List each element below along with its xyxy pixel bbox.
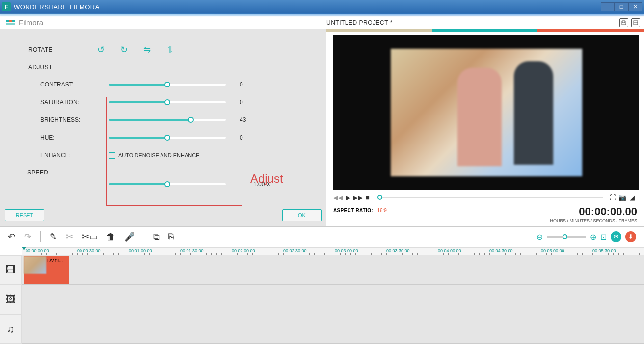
image-track[interactable] xyxy=(22,285,644,314)
close-button[interactable]: ✕ xyxy=(628,2,642,11)
ruler-mark: 00:05:30:00 xyxy=(592,248,616,253)
playhead[interactable] xyxy=(24,247,24,345)
contrast-label: CONTRAST: xyxy=(40,81,109,88)
image-track-icon[interactable]: 🖼 xyxy=(0,285,22,314)
preview-panel: ◀◀ ▶ ▶▶ ■ ⛶ 📷 ◢ ASPECT RATIO: 16:9 00:00… xyxy=(326,29,644,226)
ruler-mark: 00:05:00:00 xyxy=(541,248,564,253)
export-button[interactable]: ⬇ xyxy=(625,231,636,242)
zoom-slider[interactable] xyxy=(547,236,586,238)
ruler-mark: 00:01:00:00 xyxy=(129,248,152,253)
adjust-panel: ROTATE ↺ ↻ ⇋ ⥮ ADJUST CONTRAST: 0 SATURA… xyxy=(0,29,326,226)
rotate-ccw-icon[interactable]: ↺ xyxy=(97,44,105,55)
cut-icon[interactable]: ✂ xyxy=(66,231,73,242)
video-track-icon[interactable]: 🎞 xyxy=(0,255,22,285)
export-icon[interactable]: ⎘ xyxy=(168,232,174,242)
flip-horizontal-icon[interactable]: ⇋ xyxy=(143,44,151,55)
logo-icon xyxy=(6,20,17,26)
ruler-mark: 00:03:00:00 xyxy=(335,248,358,253)
app-icon: F xyxy=(2,2,11,11)
maximize-button[interactable]: □ xyxy=(615,2,628,11)
video-clip[interactable]: DV fil... xyxy=(24,256,69,284)
annotation-text: Adjust xyxy=(250,172,283,186)
audio-track-icon[interactable]: ♫ xyxy=(0,314,22,344)
ruler-mark: 00:01:30:00 xyxy=(180,248,204,253)
rewind-icon[interactable]: ◀◀ xyxy=(333,193,343,201)
brightness-value: 43 xyxy=(240,116,264,123)
timeline-area: ↶ ↷ ✎ ✂ ✂▭ 🗑 🎤 ⧉ ⎘ ⊖ ⊕ ⊡ ✉ ⬇ 00:00:00:00… xyxy=(0,226,644,345)
timeline-ruler[interactable]: 00:00:00:0000:00:30:0000:01:00:0000:01:3… xyxy=(22,247,644,255)
aspect-ratio-label: ASPECT RATIO: xyxy=(333,208,373,213)
topbar: Filmora UNTITLED PROJECT * xyxy=(0,16,644,29)
timeline-toolbar: ↶ ↷ ✎ ✂ ✂▭ 🗑 🎤 ⧉ ⎘ ⊖ ⊕ ⊡ ✉ ⬇ xyxy=(0,227,644,247)
snapshot-icon[interactable]: 📷 xyxy=(617,193,627,201)
share-button[interactable]: ✉ xyxy=(611,231,621,242)
adjust-label: ADJUST xyxy=(0,64,326,71)
speed-slider[interactable] xyxy=(109,183,226,185)
saturation-label: SATURATION: xyxy=(40,99,109,106)
hue-value: 0 xyxy=(240,134,264,141)
layout-icon[interactable] xyxy=(631,18,640,27)
reset-button[interactable]: RESET xyxy=(5,209,44,221)
record-icon[interactable]: ⧉ xyxy=(153,232,160,242)
volume-icon[interactable]: ◢ xyxy=(627,193,637,201)
zoom-out-icon[interactable]: ⊖ xyxy=(537,232,543,242)
delete-icon[interactable]: 🗑 xyxy=(107,232,115,242)
minimize-button[interactable]: ─ xyxy=(601,2,615,11)
stop-icon[interactable]: ■ xyxy=(363,193,373,201)
preview-area xyxy=(333,35,639,190)
ruler-mark: 00:02:00:00 xyxy=(232,248,255,253)
contrast-slider[interactable] xyxy=(109,84,226,86)
edit-icon[interactable]: ✎ xyxy=(50,231,57,242)
clip-label: DV fil... xyxy=(47,258,63,263)
aspect-ratio-value: 16:9 xyxy=(377,208,386,213)
timecode: 00:00:00.00 xyxy=(550,205,637,218)
fullscreen-icon[interactable]: ⛶ xyxy=(608,193,617,201)
saturation-slider[interactable] xyxy=(109,101,226,103)
logo-text: Filmora xyxy=(19,18,43,27)
play-icon[interactable]: ▶ xyxy=(343,193,353,201)
enhance-label: ENHANCE: xyxy=(40,152,109,159)
video-track[interactable]: DV fil... xyxy=(22,255,644,285)
save-icon[interactable] xyxy=(619,18,628,27)
forward-icon[interactable]: ▶▶ xyxy=(353,193,363,201)
auto-denoise-label: AUTO DENOISE AND ENHANCE xyxy=(118,152,199,158)
clip-thumbnail xyxy=(24,256,46,274)
rotate-label: ROTATE xyxy=(28,46,97,53)
audio-track[interactable] xyxy=(22,314,644,344)
voiceover-icon[interactable]: 🎤 xyxy=(124,231,135,242)
zoom-fit-icon[interactable]: ⊡ xyxy=(600,232,607,242)
hue-slider[interactable] xyxy=(109,137,226,139)
playback-controls: ◀◀ ▶ ▶▶ ■ ⛶ 📷 ◢ xyxy=(326,190,644,202)
brightness-label: BRIGHTNESS: xyxy=(40,116,109,123)
redo-icon[interactable]: ↷ xyxy=(24,231,31,242)
colored-strip xyxy=(326,29,644,32)
ruler-mark: 00:00:30:00 xyxy=(77,248,101,253)
flip-vertical-icon[interactable]: ⥮ xyxy=(166,44,174,55)
contrast-value: 0 xyxy=(240,81,264,88)
undo-icon[interactable]: ↶ xyxy=(8,231,15,242)
titlebar: F WONDERSHARE FILMORA ─ □ ✕ xyxy=(0,0,644,14)
ruler-mark: 00:04:30:00 xyxy=(489,248,513,253)
project-title: UNTITLED PROJECT * xyxy=(326,19,619,26)
rotate-cw-icon[interactable]: ↻ xyxy=(120,44,128,55)
playback-slider[interactable] xyxy=(377,197,603,198)
svg-rect-0 xyxy=(634,21,638,25)
zoom-in-icon[interactable]: ⊕ xyxy=(590,232,596,242)
ruler-mark: 00:02:30:00 xyxy=(283,248,307,253)
ruler-mark: 00:03:30:00 xyxy=(386,248,410,253)
ruler-mark: 00:00:00:00 xyxy=(26,248,49,253)
titlebar-blur xyxy=(0,14,644,16)
app-title: WONDERSHARE FILMORA xyxy=(14,3,601,11)
hue-label: HUE: xyxy=(40,134,109,141)
ok-button[interactable]: OK xyxy=(282,209,322,221)
crop-icon[interactable]: ✂▭ xyxy=(82,231,98,242)
auto-denoise-checkbox[interactable] xyxy=(109,152,115,159)
saturation-value: 0 xyxy=(240,99,264,106)
timecode-caption: HOURS / MINUTES / SECONDS / FRAMES xyxy=(550,218,637,223)
ruler-mark: 00:04:00:00 xyxy=(438,248,461,253)
preview-image xyxy=(391,49,582,176)
brightness-slider[interactable] xyxy=(109,119,226,121)
